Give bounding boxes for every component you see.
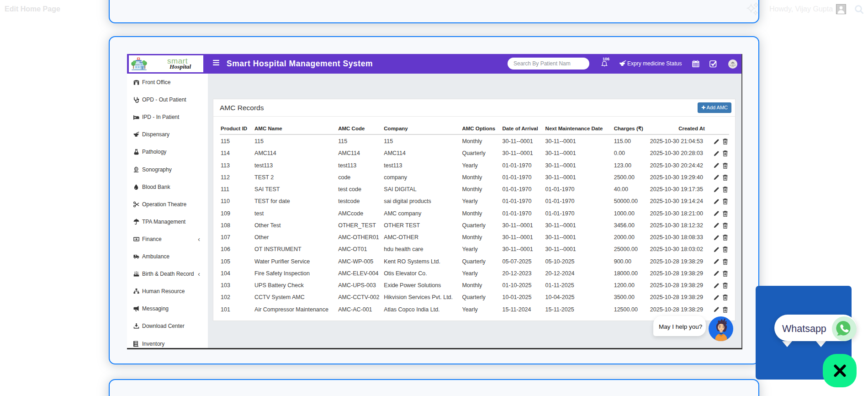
svg-text:Dr MEDIC: Dr MEDIC bbox=[730, 64, 736, 66]
